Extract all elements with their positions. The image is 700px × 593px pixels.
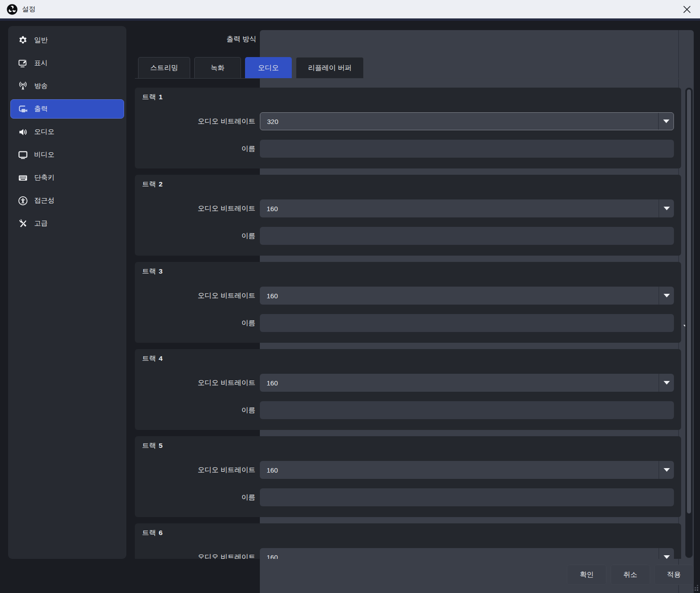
accessibility-icon xyxy=(18,196,28,206)
audio-bitrate-label: 오디오 비트레이트 xyxy=(142,117,255,126)
sidebar-item-appearance[interactable]: 표시 xyxy=(10,53,124,73)
close-button[interactable] xyxy=(679,2,695,17)
audio-bitrate-label: 오디오 비트레이트 xyxy=(142,465,255,475)
audio-bitrate-select[interactable]: 160 xyxy=(260,287,674,305)
track-name-input[interactable] xyxy=(260,227,674,245)
track-title: 트랙1 xyxy=(142,93,674,102)
track-group-2: 트랙2 오디오 비트레이트 160 이름 xyxy=(135,175,681,256)
track-name-input[interactable] xyxy=(260,401,674,419)
chevron-down-icon xyxy=(663,119,669,123)
resize-grip-icon[interactable] xyxy=(692,584,698,591)
audio-bitrate-label: 오디오 비트레이트 xyxy=(142,291,255,301)
track-title: 트랙4 xyxy=(142,354,674,363)
track-name-input[interactable] xyxy=(260,314,674,332)
sidebar-item-label: 비디오 xyxy=(34,150,54,159)
track-title: 트랙2 xyxy=(142,180,674,189)
track-title: 트랙5 xyxy=(142,441,674,451)
output-mode-label: 출력 방식 xyxy=(153,33,256,45)
audio-bitrate-select[interactable]: 160 xyxy=(260,548,674,559)
sidebar-item-label: 접근성 xyxy=(34,196,54,205)
audio-bitrate-select[interactable]: 160 xyxy=(260,374,674,392)
sidebar-item-label: 방송 xyxy=(34,82,48,90)
track-name-input[interactable] xyxy=(260,140,674,158)
chevron-down-icon xyxy=(664,207,670,210)
obs-logo-icon xyxy=(6,4,18,15)
sidebar-item-hotkeys[interactable]: 단축키 xyxy=(10,168,124,187)
sidebar-item-label: 오디오 xyxy=(34,128,54,136)
chevron-down-icon xyxy=(664,468,670,472)
audio-tracks-panel: 트랙1 오디오 비트레이트 320 이름 트랙2 오디오 비트레이트 160 xyxy=(135,81,681,559)
sidebar-item-label: 출력 xyxy=(34,105,48,113)
scrollbar-thumb[interactable] xyxy=(687,89,691,513)
video-icon xyxy=(18,150,28,160)
audio-bitrate-select[interactable]: 160 xyxy=(260,199,674,217)
track-name-label: 이름 xyxy=(142,231,255,241)
broadcast-icon xyxy=(18,81,28,91)
track-name-label: 이름 xyxy=(142,319,255,328)
tab-label: 스트리밍 xyxy=(150,63,178,73)
tab-label: 녹화 xyxy=(211,63,225,73)
audio-icon xyxy=(18,127,28,137)
sidebar-item-advanced[interactable]: 고급 xyxy=(10,214,124,233)
audio-bitrate-value: 160 xyxy=(260,553,659,559)
tab-label: 오디오 xyxy=(258,63,279,73)
track-name-label: 이름 xyxy=(142,493,255,502)
audio-bitrate-select[interactable]: 320 xyxy=(260,112,674,130)
settings-dialog: { "colors": { "accent": "#3150c4", "acce… xyxy=(0,0,700,593)
cancel-button[interactable]: 취소 xyxy=(611,565,650,585)
track-group-4: 트랙4 오디오 비트레이트 160 이름 xyxy=(135,349,681,430)
audio-bitrate-value: 160 xyxy=(260,466,659,474)
vertical-scrollbar[interactable] xyxy=(685,88,693,558)
track-group-6: 트랙6 오디오 비트레이트 160 이름 xyxy=(135,523,681,559)
sidebar-item-audio[interactable]: 오디오 xyxy=(10,122,124,142)
audio-bitrate-label: 오디오 비트레이트 xyxy=(142,378,255,388)
track-title: 트랙6 xyxy=(142,528,674,538)
track-title: 트랙3 xyxy=(142,267,674,276)
chevron-down-icon xyxy=(664,381,670,385)
sidebar-item-general[interactable]: 일반 xyxy=(10,31,124,50)
chevron-down-icon xyxy=(664,555,670,559)
sidebar: 일반 표시 방송 출력 오디오 비디오 단축키 접근성 고급 xyxy=(8,26,126,559)
sidebar-item-label: 일반 xyxy=(34,36,48,44)
track-name-label: 이름 xyxy=(142,406,255,415)
audio-bitrate-value: 320 xyxy=(260,118,658,125)
tab-replay-buffer[interactable]: 리플레이 버퍼 xyxy=(296,57,364,78)
apply-button[interactable]: 적용 xyxy=(654,565,694,585)
hotkeys-icon xyxy=(18,173,28,183)
window-title: 설정 xyxy=(22,5,36,13)
track-name-label: 이름 xyxy=(142,144,255,154)
track-group-1: 트랙1 오디오 비트레이트 320 이름 xyxy=(135,88,681,168)
sidebar-item-label: 단축키 xyxy=(34,173,54,182)
ok-button[interactable]: 확인 xyxy=(567,565,606,585)
sidebar-item-stream[interactable]: 방송 xyxy=(10,76,124,96)
output-icon xyxy=(18,104,28,114)
tab-audio[interactable]: 오디오 xyxy=(245,57,292,78)
gear-icon xyxy=(18,35,28,45)
sidebar-item-output[interactable]: 출력 xyxy=(10,99,124,119)
track-group-3: 트랙3 오디오 비트레이트 160 이름 xyxy=(135,262,681,343)
audio-bitrate-value: 160 xyxy=(260,292,659,300)
sidebar-item-accessibility[interactable]: 접근성 xyxy=(10,191,124,210)
advanced-icon xyxy=(18,219,28,229)
track-group-5: 트랙5 오디오 비트레이트 160 이름 xyxy=(135,436,681,517)
titlebar: 설정 xyxy=(0,0,700,21)
sidebar-item-label: 고급 xyxy=(34,219,48,228)
audio-bitrate-value: 160 xyxy=(260,205,659,212)
audio-bitrate-label: 오디오 비트레이트 xyxy=(142,204,255,213)
tab-streaming[interactable]: 스트리밍 xyxy=(138,57,190,78)
audio-bitrate-value: 160 xyxy=(260,379,659,387)
audio-bitrate-select[interactable]: 160 xyxy=(260,461,674,479)
sidebar-item-video[interactable]: 비디오 xyxy=(10,145,124,164)
output-tab-bar: 스트리밍 녹화 오디오 리플레이 버퍼 xyxy=(135,57,694,79)
track-name-input[interactable] xyxy=(260,488,674,506)
audio-bitrate-label: 오디오 비트레이트 xyxy=(142,553,255,559)
dialog-footer: 확인 취소 적용 xyxy=(567,565,694,585)
appearance-icon xyxy=(18,58,28,68)
close-icon xyxy=(682,4,692,14)
tab-label: 리플레이 버퍼 xyxy=(308,63,352,73)
tab-recording[interactable]: 녹화 xyxy=(194,57,241,78)
chevron-down-icon xyxy=(664,294,670,297)
sidebar-item-label: 표시 xyxy=(34,59,48,67)
